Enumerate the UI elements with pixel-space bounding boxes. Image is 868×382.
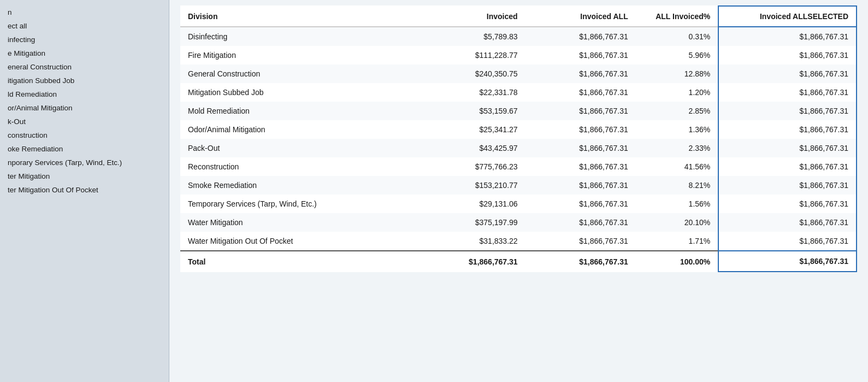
cell-selected: $1,866,767.31 xyxy=(718,213,857,232)
cell-invoiced: $775,766.23 xyxy=(415,157,525,176)
sidebar-item[interactable]: infecting xyxy=(0,33,169,46)
cell-division: Fire Mitigation xyxy=(180,46,415,64)
sidebar-item[interactable]: ter Mitigation Out Of Pocket xyxy=(0,183,169,197)
table-row: General Construction$240,350.75$1,866,76… xyxy=(180,64,857,83)
sidebar-item[interactable]: e Mitigation xyxy=(0,46,169,60)
cell-invoiced: $111,228.77 xyxy=(415,46,525,64)
footer-invoiced: $1,866,767.31 xyxy=(415,251,525,272)
table-row: Smoke Remediation$153,210.77$1,866,767.3… xyxy=(180,176,857,195)
cell-all-pct: 12.88% xyxy=(636,64,719,83)
sidebar-item[interactable]: ld Remediation xyxy=(0,87,169,101)
cell-invoiced: $43,425.97 xyxy=(415,139,525,157)
sidebar: nect allinfectinge Mitigationeneral Cons… xyxy=(0,0,169,382)
cell-invoiced: $53,159.67 xyxy=(415,102,525,120)
cell-selected: $1,866,767.31 xyxy=(718,83,857,102)
cell-invoiced: $29,131.06 xyxy=(415,195,525,213)
header-selected: Invoiced ALLSELECTED xyxy=(718,6,857,27)
cell-all-pct: 5.96% xyxy=(636,46,719,64)
cell-division: Pack-Out xyxy=(180,139,415,157)
footer-label: Total xyxy=(180,251,415,272)
cell-division: Mitigation Subbed Job xyxy=(180,83,415,102)
cell-invoiced-all: $1,866,767.31 xyxy=(525,83,636,102)
cell-all-pct: 1.56% xyxy=(636,195,719,213)
cell-invoiced-all: $1,866,767.31 xyxy=(525,176,636,195)
cell-division: Smoke Remediation xyxy=(180,176,415,195)
cell-division: Water Mitigation Out Of Pocket xyxy=(180,232,415,251)
sidebar-item[interactable]: or/Animal Mitigation xyxy=(0,101,169,115)
sidebar-item[interactable]: construction xyxy=(0,128,169,142)
cell-selected: $1,866,767.31 xyxy=(718,232,857,251)
table-row: Mitigation Subbed Job$22,331.78$1,866,76… xyxy=(180,83,857,102)
sidebar-item[interactable]: ter Mitigation xyxy=(0,169,169,183)
cell-selected: $1,866,767.31 xyxy=(718,195,857,213)
cell-division: General Construction xyxy=(180,64,415,83)
cell-invoiced-all: $1,866,767.31 xyxy=(525,139,636,157)
cell-all-pct: 41.56% xyxy=(636,157,719,176)
cell-division: Temporary Services (Tarp, Wind, Etc.) xyxy=(180,195,415,213)
table-row: Water Mitigation$375,197.99$1,866,767.31… xyxy=(180,213,857,232)
table-row: Mold Remediation$53,159.67$1,866,767.312… xyxy=(180,102,857,120)
cell-invoiced: $31,833.22 xyxy=(415,232,525,251)
sidebar-item[interactable]: nporary Services (Tarp, Wind, Etc.) xyxy=(0,156,169,169)
cell-all-pct: 2.33% xyxy=(636,139,719,157)
cell-invoiced-all: $1,866,767.31 xyxy=(525,157,636,176)
cell-all-pct: 8.21% xyxy=(636,176,719,195)
cell-division: Water Mitigation xyxy=(180,213,415,232)
cell-invoiced: $22,331.78 xyxy=(415,83,525,102)
table-row: Disinfecting$5,789.83$1,866,767.310.31%$… xyxy=(180,27,857,46)
cell-all-pct: 1.71% xyxy=(636,232,719,251)
sidebar-item[interactable]: oke Remediation xyxy=(0,142,169,156)
cell-division: Odor/Animal Mitigation xyxy=(180,120,415,139)
sidebar-item[interactable]: itigation Subbed Job xyxy=(0,74,169,87)
cell-invoiced-all: $1,866,767.31 xyxy=(525,213,636,232)
cell-selected: $1,866,767.31 xyxy=(718,102,857,120)
sidebar-item[interactable]: n xyxy=(0,5,169,19)
cell-all-pct: 2.85% xyxy=(636,102,719,120)
footer-selected: $1,866,767.31 xyxy=(718,251,857,272)
cell-selected: $1,866,767.31 xyxy=(718,139,857,157)
header-all-pct: ALL Invoiced% xyxy=(636,6,719,27)
cell-invoiced-all: $1,866,767.31 xyxy=(525,46,636,64)
table-container: Division Invoiced Invoiced ALL ALL Invoi… xyxy=(169,0,868,382)
cell-invoiced-all: $1,866,767.31 xyxy=(525,102,636,120)
cell-selected: $1,866,767.31 xyxy=(718,27,857,46)
table-row: Reconstruction$775,766.23$1,866,767.3141… xyxy=(180,157,857,176)
cell-all-pct: 20.10% xyxy=(636,213,719,232)
cell-division: Reconstruction xyxy=(180,157,415,176)
main-content: Division Invoiced Invoiced ALL ALL Invoi… xyxy=(169,0,868,382)
cell-division: Mold Remediation xyxy=(180,102,415,120)
sidebar-item[interactable]: ect all xyxy=(0,19,169,33)
table-row: Fire Mitigation$111,228.77$1,866,767.315… xyxy=(180,46,857,64)
cell-invoiced: $240,350.75 xyxy=(415,64,525,83)
cell-all-pct: 1.20% xyxy=(636,83,719,102)
cell-selected: $1,866,767.31 xyxy=(718,120,857,139)
cell-selected: $1,866,767.31 xyxy=(718,176,857,195)
cell-invoiced-all: $1,866,767.31 xyxy=(525,120,636,139)
table-row: Water Mitigation Out Of Pocket$31,833.22… xyxy=(180,232,857,251)
cell-invoiced: $25,341.27 xyxy=(415,120,525,139)
sidebar-item[interactable]: k-Out xyxy=(0,115,169,128)
footer-invoiced-all: $1,866,767.31 xyxy=(525,251,636,272)
cell-invoiced-all: $1,866,767.31 xyxy=(525,64,636,83)
table-row: Pack-Out$43,425.97$1,866,767.312.33%$1,8… xyxy=(180,139,857,157)
data-table: Division Invoiced Invoiced ALL ALL Invoi… xyxy=(180,5,857,272)
cell-invoiced: $375,197.99 xyxy=(415,213,525,232)
header-division: Division xyxy=(180,6,415,27)
cell-invoiced: $153,210.77 xyxy=(415,176,525,195)
cell-invoiced-all: $1,866,767.31 xyxy=(525,27,636,46)
header-invoiced-all: Invoiced ALL xyxy=(525,6,636,27)
sidebar-item[interactable]: eneral Construction xyxy=(0,60,169,74)
cell-selected: $1,866,767.31 xyxy=(718,157,857,176)
footer-all-pct: 100.00% xyxy=(636,251,719,272)
cell-all-pct: 0.31% xyxy=(636,27,719,46)
table-row: Odor/Animal Mitigation$25,341.27$1,866,7… xyxy=(180,120,857,139)
header-invoiced: Invoiced xyxy=(415,6,525,27)
cell-invoiced-all: $1,866,767.31 xyxy=(525,232,636,251)
cell-all-pct: 1.36% xyxy=(636,120,719,139)
cell-selected: $1,866,767.31 xyxy=(718,64,857,83)
cell-invoiced-all: $1,866,767.31 xyxy=(525,195,636,213)
cell-selected: $1,866,767.31 xyxy=(718,46,857,64)
table-row: Temporary Services (Tarp, Wind, Etc.)$29… xyxy=(180,195,857,213)
cell-invoiced: $5,789.83 xyxy=(415,27,525,46)
cell-division: Disinfecting xyxy=(180,27,415,46)
